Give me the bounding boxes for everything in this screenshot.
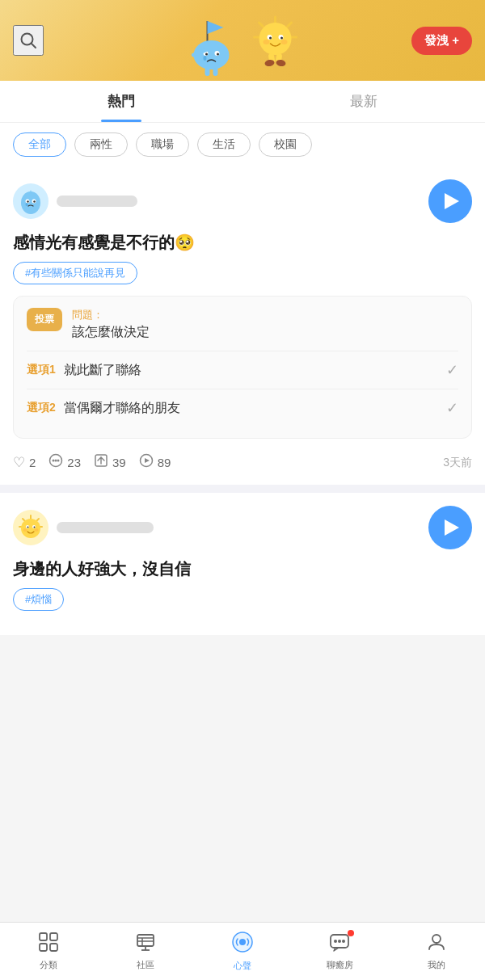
nav-community[interactable]: 社區 [97,927,194,976]
chip-work[interactable]: 職場 [136,132,189,157]
publish-button[interactable]: 發洩 + [411,27,472,55]
svg-point-71 [432,935,441,943]
post-header-2 [13,506,472,549]
svg-point-7 [205,53,208,56]
avatar-1 [13,183,48,219]
stat-plays-1[interactable]: 89 [139,453,171,472]
stat-likes-1[interactable]: ♡ 2 [13,454,36,471]
chip-life[interactable]: 生活 [197,132,251,157]
svg-point-69 [338,940,341,943]
comment-count-1: 23 [67,456,81,469]
username-bar-2 [57,522,154,533]
svg-rect-56 [50,933,57,940]
play-icon-1 [139,453,154,472]
poll-option-1[interactable]: 選項1 就此斷了聯絡 ✓ [27,351,458,389]
svg-point-37 [55,460,57,462]
nav-label-profile: 我的 [428,959,445,971]
poll-question: 該怎麼做決定 [72,324,458,341]
username-bar-1 [57,196,137,207]
category-bar: 全部 兩性 職場 生活 校園 [0,123,485,166]
chat-badge [348,930,354,936]
svg-rect-58 [50,944,57,951]
poll-header: 投票 問題： 該怎麼做決定 [27,308,458,341]
cloud-character [183,13,240,78]
stat-shares-1[interactable]: 39 [94,453,126,472]
post-header-left-1 [13,183,137,219]
nav-label-chat: 聊癒房 [327,959,353,971]
play-button-2[interactable] [428,506,472,549]
hashtag-1[interactable]: #有些關係只能說再見 [13,262,137,284]
header-banner: 發洩 + [0,0,485,81]
svg-point-70 [342,940,345,943]
svg-point-52 [34,527,36,528]
svg-point-22 [280,37,283,40]
svg-point-23 [264,40,270,44]
svg-point-38 [57,460,60,462]
nav-label-voice: 心聲 [234,960,251,972]
nav-voice[interactable]: 心聲 [194,926,291,977]
nav-profile[interactable]: 我的 [388,927,485,976]
stats-bar-1: ♡ 2 23 [13,450,472,472]
like-count-1: 2 [29,456,36,469]
nav-chat[interactable]: 聊癒房 [291,927,388,976]
svg-point-66 [239,939,246,945]
svg-point-33 [33,200,35,202]
time-label-1: 3天前 [443,456,472,470]
svg-rect-11 [213,68,218,76]
check-icon-2: ✓ [446,399,458,417]
svg-point-34 [26,203,28,206]
play-button-1[interactable] [428,179,472,223]
poll-option-2[interactable]: 選項2 當偶爾才聯絡的朋友 ✓ [27,389,458,427]
poll-option-1-left: 選項1 就此斷了聯絡 [27,362,141,379]
like-icon-1: ♡ [13,454,25,471]
svg-point-24 [281,40,288,44]
search-button[interactable] [13,25,44,56]
svg-marker-3 [208,21,224,34]
nav-classify[interactable]: 分類 [0,927,97,976]
share-count-1: 39 [112,456,126,469]
header-characters [183,13,302,81]
profile-icon [426,932,447,956]
avatar-2 [13,510,48,545]
sun-character [250,13,302,78]
svg-point-18 [259,23,292,55]
check-icon-1: ✓ [446,361,458,379]
play-count-1: 89 [158,456,171,469]
svg-point-32 [27,200,28,202]
tab-latest[interactable]: 最新 [242,81,485,122]
post-header-left-2 [13,510,154,545]
svg-point-21 [269,37,272,40]
svg-point-53 [23,528,27,532]
svg-line-14 [288,23,292,27]
svg-point-4 [194,40,230,69]
option-text-2: 當偶爾才聯絡的朋友 [64,400,180,417]
poll-option-2-left: 選項2 當偶爾才聯絡的朋友 [27,400,180,417]
post-header-1 [13,179,472,223]
community-icon [135,932,156,956]
option-text-1: 就此斷了聯絡 [64,362,141,379]
poll-question-area: 問題： 該怎麼做決定 [72,308,458,341]
feed: 感情光有感覺是不行的🥺 #有些關係只能說再見 投票 問題： 該怎麼做決定 選項1… [0,166,485,635]
chip-all[interactable]: 全部 [13,132,66,157]
post-card-2: 身邊的人好強大，沒自信 #煩惱 [0,493,485,635]
svg-line-44 [36,519,39,521]
bottom-nav: 分類 社區 心聲 [0,922,485,980]
option-label-1: 選項1 [27,363,56,377]
bottom-spacer [0,635,485,700]
tab-hot[interactable]: 熱門 [0,81,242,122]
svg-point-36 [53,460,55,462]
hashtag-2[interactable]: #煩惱 [13,588,64,611]
svg-point-48 [21,519,40,538]
chip-campus[interactable]: 校園 [259,132,312,157]
svg-point-9 [204,56,207,61]
svg-line-16 [259,23,264,27]
svg-line-46 [23,519,25,521]
chip-gender[interactable]: 兩性 [74,132,128,157]
comment-icon-1 [48,453,63,472]
poll-card-1: 投票 問題： 該怎麼做決定 選項1 就此斷了聯絡 ✓ 選項2 當偶爾才聯絡的朋友 [13,296,472,439]
stat-comments-1[interactable]: 23 [48,453,81,472]
poll-icon: 投票 [27,308,62,331]
voice-icon [231,931,254,957]
svg-rect-10 [205,68,210,76]
svg-rect-57 [40,944,47,951]
